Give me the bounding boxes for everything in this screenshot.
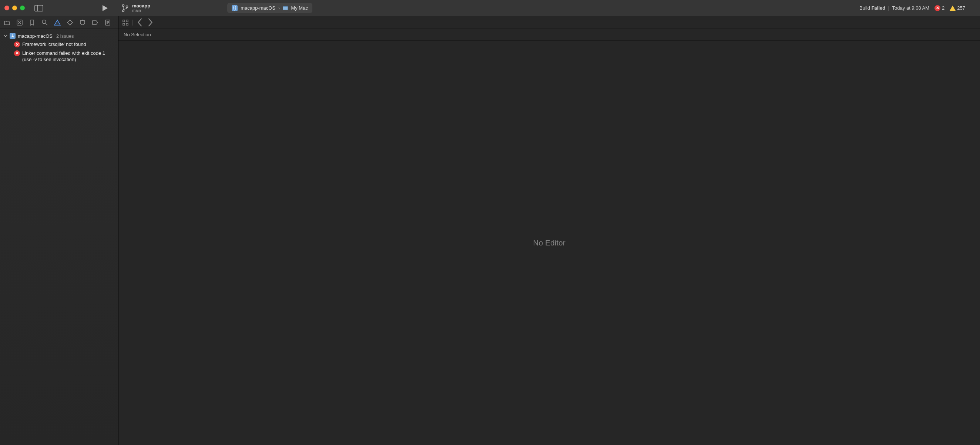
traffic-lights: [5, 6, 25, 10]
branch-text: macapp main: [132, 3, 150, 13]
status-prefix: Build: [859, 5, 870, 11]
titlebar: macapp main macapp-macOS › My Mac Build …: [0, 0, 980, 16]
mac-icon: [283, 6, 288, 10]
warning-count-label: 257: [957, 5, 965, 11]
issues-count-label: 2 issues: [56, 33, 74, 39]
breakpoint-icon: [92, 19, 99, 26]
report-icon: [104, 19, 111, 26]
xcode-window: macapp main macapp-macOS › My Mac Build …: [0, 0, 980, 445]
debug-icon: [79, 19, 86, 26]
branch-name-label: main: [132, 8, 150, 13]
divider: [132, 20, 133, 26]
report-navigator-tab[interactable]: [104, 19, 111, 26]
issue-row[interactable]: ✕ Framework 'crsqlite' not found: [2, 40, 116, 49]
editor-bar: [118, 16, 980, 29]
svg-marker-11: [54, 20, 60, 25]
navigator-tabs: [0, 16, 118, 29]
error-icon: ✕: [934, 5, 940, 11]
bookmarks-navigator-tab[interactable]: [29, 19, 35, 26]
error-count-badge[interactable]: ✕ 2: [934, 5, 945, 11]
play-icon: [101, 5, 108, 12]
warning-icon: [950, 6, 956, 11]
destination-label: My Mac: [291, 5, 308, 11]
issue-navigator-tab[interactable]: [54, 19, 61, 26]
status-sep: |: [888, 5, 889, 11]
related-items-button[interactable]: [122, 19, 129, 26]
issue-triangle-icon: [54, 19, 61, 26]
warning-count-badge[interactable]: 257: [950, 5, 965, 11]
error-icon: ✕: [14, 50, 20, 56]
issue-text: Linker command failed with exit code 1 (…: [22, 50, 115, 63]
svg-point-3: [123, 5, 124, 6]
debug-navigator-tab[interactable]: [79, 19, 86, 26]
test-icon: [67, 19, 73, 26]
breakpoint-navigator-tab[interactable]: [92, 19, 99, 26]
body: A macapp-macOS 2 issues ✕ Framework 'crs…: [0, 16, 980, 445]
folder-icon: [4, 19, 10, 26]
jump-bar[interactable]: No Selection: [118, 29, 980, 41]
chevron-left-icon: [137, 18, 143, 27]
svg-line-14: [80, 20, 81, 21]
scheme-separator-label: ›: [278, 5, 280, 11]
scheme-name-label: macapp-macOS: [240, 5, 275, 11]
error-icon: ✕: [14, 41, 20, 47]
svg-line-15: [84, 20, 85, 21]
editor-area: No Editor: [118, 41, 980, 445]
status-time: Today at 9:08 AM: [892, 5, 929, 11]
project-icon: A: [10, 33, 16, 39]
issue-text: Framework 'crsqlite' not found: [22, 41, 86, 48]
disclosure-icon[interactable]: [4, 34, 7, 38]
svg-point-4: [123, 10, 124, 11]
svg-point-5: [126, 6, 128, 7]
nav-back-button[interactable]: [137, 19, 143, 26]
find-navigator-tab[interactable]: [41, 19, 48, 26]
git-branch-icon: [122, 4, 129, 12]
app-glyph-icon: [232, 5, 238, 11]
editor-placeholder-label: No Editor: [533, 238, 565, 247]
chevron-down-icon: [4, 34, 7, 38]
test-navigator-tab[interactable]: [67, 19, 73, 26]
svg-rect-24: [126, 23, 128, 25]
svg-marker-16: [92, 21, 98, 24]
error-count-label: 2: [942, 5, 945, 11]
svg-marker-12: [67, 20, 73, 25]
issue-tree: A macapp-macOS 2 issues ✕ Framework 'crs…: [0, 29, 118, 67]
project-root-label: macapp-macOS: [18, 33, 52, 39]
close-window-button[interactable]: [5, 6, 9, 10]
build-status-text[interactable]: Build Failed | Today at 9:08 AM: [859, 5, 929, 11]
minimize-window-button[interactable]: [12, 6, 17, 10]
nav-forward-button[interactable]: [147, 19, 154, 26]
svg-rect-23: [123, 23, 125, 25]
bookmark-icon: [29, 19, 35, 26]
scheme-selector[interactable]: macapp-macOS › My Mac: [227, 3, 312, 13]
chevron-right-icon: [147, 18, 154, 27]
main-area: No Selection No Editor: [118, 16, 980, 445]
status-word: Failed: [872, 5, 886, 11]
search-icon: [41, 19, 48, 26]
maximize-window-button[interactable]: [20, 6, 25, 10]
project-issues-root[interactable]: A macapp-macOS 2 issues: [2, 32, 116, 40]
sidebar-panel-icon: [34, 5, 43, 11]
project-name-label: macapp: [132, 3, 150, 8]
branch-block[interactable]: macapp main: [122, 3, 150, 13]
svg-rect-22: [126, 20, 128, 22]
jump-bar-text: No Selection: [124, 32, 151, 37]
grid-icon: [122, 19, 129, 26]
status-block: Build Failed | Today at 9:08 AM ✕ 2 257: [859, 5, 980, 11]
project-navigator-tab[interactable]: [4, 19, 10, 26]
svg-rect-21: [123, 20, 125, 22]
source-control-navigator-tab[interactable]: [16, 19, 23, 26]
svg-point-9: [42, 20, 46, 24]
issue-row[interactable]: ✕ Linker command failed with exit code 1…: [2, 49, 116, 64]
app-icon: [232, 5, 238, 11]
run-button[interactable]: [101, 5, 108, 12]
sidebar-toggle-button[interactable]: [34, 5, 43, 11]
svg-marker-2: [102, 5, 108, 11]
sidebar: A macapp-macOS 2 issues ✕ Framework 'crs…: [0, 16, 118, 445]
scm-icon: [16, 19, 23, 26]
svg-rect-0: [35, 5, 43, 11]
svg-line-10: [46, 23, 48, 25]
